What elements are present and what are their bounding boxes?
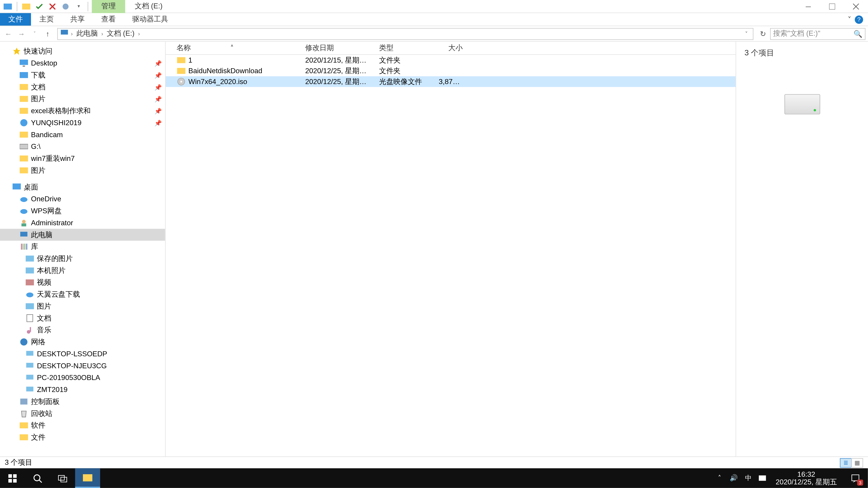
view-details-button[interactable]: ≣ [840, 458, 852, 467]
qat-close-icon[interactable] [47, 1, 58, 11]
tree-control-panel[interactable]: 控制面板 [0, 396, 165, 408]
tree-label: 网络 [31, 337, 162, 347]
breadcrumb-dropdown-icon[interactable]: ˅ [743, 31, 750, 37]
taskbar-clock[interactable]: 16:32 2020/12/25, 星期五 [772, 470, 841, 486]
file-row[interactable]: 12020/12/15, 星期二 1...文件夹 [166, 55, 736, 66]
task-view-button[interactable] [50, 468, 75, 488]
tree-item[interactable]: PC-20190530OBLA [0, 372, 165, 384]
qat-dropdown-icon[interactable]: ▾ [73, 1, 84, 11]
search-icon[interactable]: 🔍 [854, 30, 863, 38]
column-type[interactable]: 类型 [372, 43, 432, 53]
tree-item[interactable]: 本机照片 [0, 265, 165, 276]
help-icon[interactable]: ? [855, 15, 863, 24]
navigation-pane[interactable]: 快速访问 Desktop📌下载📌文档📌图片📌excel表格制作求和📌YUNQIS… [0, 42, 166, 456]
details-title: 3 个项目 [745, 48, 860, 58]
file-rows[interactable]: 12020/12/15, 星期二 1...文件夹BaiduNetdiskDown… [166, 55, 736, 456]
notification-badge: 3 [857, 480, 863, 486]
start-button[interactable] [0, 468, 25, 488]
taskbar-file-explorer[interactable] [75, 468, 100, 488]
tree-item[interactable]: 图片 [0, 300, 165, 312]
column-date[interactable]: 修改日期 [298, 43, 372, 53]
tree-quick-access[interactable]: 快速访问 [0, 45, 165, 57]
ribbon-tab-share[interactable]: 共享 [62, 13, 93, 26]
search-button[interactable] [25, 468, 50, 488]
tree-label: 文件 [31, 432, 162, 442]
chevron-right-icon[interactable]: › [101, 31, 103, 37]
tree-item[interactable]: 视频 [0, 276, 165, 289]
refresh-button[interactable]: ↻ [757, 30, 769, 38]
svg-rect-39 [20, 398, 28, 404]
tree-software[interactable]: 软件 [0, 419, 165, 431]
ribbon-tab-home[interactable]: 主页 [31, 13, 62, 26]
column-name[interactable]: 名称 ▴ [166, 43, 298, 53]
tree-item[interactable]: win7重装win7 [0, 153, 165, 164]
tree-label: 图片 [31, 94, 154, 104]
qat-check-icon[interactable] [34, 1, 44, 11]
tree-desktop[interactable]: 桌面 [0, 181, 165, 193]
context-tab-management[interactable]: 管理 [92, 0, 125, 13]
tree-item[interactable]: WPS网盘 [0, 205, 165, 217]
tree-item[interactable]: YUNQISHI2019📌 [0, 117, 165, 129]
forward-button[interactable]: → [16, 28, 28, 40]
minimize-button[interactable]: ─ [796, 0, 820, 13]
ime-indicator[interactable]: 中 [743, 473, 753, 483]
tree-item[interactable]: excel表格制作求和📌 [0, 105, 165, 117]
view-large-icons-button[interactable]: ▦ [851, 458, 863, 467]
pin-icon: 📌 [154, 107, 162, 114]
breadcrumb[interactable]: › 此电脑 › 文档 (E:) › ˅ [57, 28, 753, 40]
qat-settings-icon[interactable] [60, 1, 71, 11]
tray-chevron-up-icon[interactable]: ˄ [715, 473, 724, 483]
tree-item[interactable]: 图片📌 [0, 93, 165, 105]
breadcrumb-seg-0[interactable]: 此电脑 [75, 29, 99, 39]
tree-label: 图片 [31, 165, 162, 175]
tree-item[interactable]: 下载📌 [0, 69, 165, 81]
tree-documents[interactable]: 文件 [0, 431, 165, 443]
svg-rect-13 [20, 132, 28, 138]
tree-network[interactable]: 网络 [0, 336, 165, 348]
breadcrumb-seg-1[interactable]: 文档 (E:) [105, 29, 136, 39]
tree-item[interactable]: 文档 [0, 312, 165, 324]
file-row[interactable]: BaiduNetdiskDownload2020/12/25, 星期五 1...… [166, 66, 736, 76]
volume-icon[interactable]: 🔊 [729, 473, 739, 483]
tree-item[interactable]: Bandicam [0, 129, 165, 141]
tree-label: 图片 [37, 301, 161, 311]
tree-recycle-bin[interactable]: 回收站 [0, 408, 165, 420]
search-box[interactable]: 搜索"文档 (E:)" 🔍 [770, 28, 866, 40]
network-icon[interactable] [758, 473, 767, 483]
ribbon-tab-file[interactable]: 文件 [0, 13, 31, 26]
tree-item[interactable]: DESKTOP-LSSOEDP [0, 348, 165, 360]
close-button[interactable] [844, 0, 868, 13]
system-tray: ˄ 🔊 中 16:32 2020/12/25, 星期五 3 [715, 468, 868, 488]
chevron-right-icon[interactable]: › [138, 31, 140, 37]
qat-folder-icon[interactable] [21, 1, 31, 11]
tree-item[interactable]: 库 [0, 240, 165, 253]
tree-item[interactable]: 图片 [0, 164, 165, 176]
back-button[interactable]: ← [2, 28, 14, 40]
ribbon-tab-drive-tools[interactable]: 驱动器工具 [124, 13, 176, 26]
file-row[interactable]: Win7x64_2020.iso2020/12/25, 星期五 1...光盘映像… [166, 76, 736, 87]
ribbon-tab-view[interactable]: 查看 [93, 13, 124, 26]
action-center-button[interactable]: 3 [845, 468, 866, 488]
tree-item[interactable]: 此电脑 [0, 229, 165, 241]
svg-rect-14 [20, 144, 28, 149]
tree-item[interactable]: Administrator [0, 217, 165, 229]
recent-dropdown-icon[interactable]: ˅ [29, 28, 41, 40]
up-button[interactable]: ↑ [42, 28, 54, 40]
tree-item[interactable]: G:\ [0, 140, 165, 153]
chevron-right-icon[interactable]: › [71, 31, 73, 37]
window-controls: ─ [796, 0, 868, 13]
tree-item[interactable]: ZMT2019 [0, 384, 165, 396]
app-icon[interactable] [2, 1, 13, 11]
tree-item[interactable]: 保存的图片 [0, 253, 165, 265]
tree-item[interactable]: Desktop📌 [0, 57, 165, 69]
svg-rect-28 [26, 280, 34, 285]
tree-label: excel表格制作求和 [31, 106, 154, 116]
tree-item[interactable]: 音乐 [0, 324, 165, 336]
tree-item[interactable]: OneDrive [0, 193, 165, 205]
tree-item[interactable]: 文档📌 [0, 81, 165, 93]
column-size[interactable]: 大小 [432, 43, 467, 53]
maximize-button[interactable] [820, 0, 844, 13]
tree-item[interactable]: DESKTOP-NJEU3CG [0, 360, 165, 372]
tree-item[interactable]: 天翼云盘下载 [0, 288, 165, 300]
ribbon-expand-icon[interactable]: ˅ [848, 15, 851, 24]
